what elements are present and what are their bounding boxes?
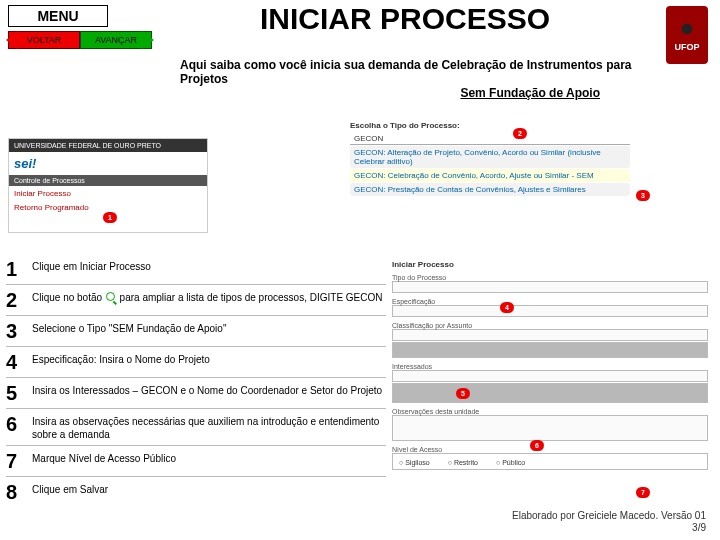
sei-header: UNIVERSIDADE FEDERAL DE OURO PRETO bbox=[9, 139, 207, 152]
step-8: 8Clique em Salvar bbox=[6, 476, 386, 507]
logo-text: UFOP bbox=[674, 42, 699, 52]
step-5: 5Insira os Interessados – GECON e o Nome… bbox=[6, 377, 386, 408]
footer-page: 3/9 bbox=[512, 522, 706, 534]
badge-3: 3 bbox=[636, 190, 650, 201]
fld-inter bbox=[392, 370, 708, 382]
sei-section: Controle de Processos bbox=[9, 175, 207, 186]
fld-espec bbox=[392, 305, 708, 317]
opt-restrito: ○ Restrito bbox=[448, 459, 478, 466]
badge-7: 7 bbox=[636, 487, 650, 498]
lbl-inter: Interessados bbox=[392, 363, 708, 370]
fld-tipo bbox=[392, 281, 708, 293]
step-2: 2Clique no botão para ampliar a lista de… bbox=[6, 284, 386, 315]
subtitle: Aqui saiba como você inicia sua demanda … bbox=[180, 58, 640, 100]
step-7: 7Marque Nível de Acesso Público bbox=[6, 445, 386, 476]
type-header: Escolha o Tipo do Processo: bbox=[350, 121, 630, 130]
fld-obs bbox=[392, 415, 708, 441]
type-row-3: GECON: Prestação de Contas de Convênios,… bbox=[350, 183, 630, 196]
footer: Elaborado por Greiciele Macedo. Versão 0… bbox=[512, 510, 706, 534]
page-title: INICIAR PROCESSO bbox=[260, 2, 550, 36]
lbl-obs: Observações desta unidade bbox=[392, 408, 708, 415]
step-1: 1Clique em Iniciar Processo bbox=[6, 254, 386, 284]
footer-author: Elaborado por Greiciele Macedo. Versão 0… bbox=[512, 510, 706, 522]
crest-icon bbox=[674, 18, 700, 40]
menu-button[interactable]: MENU bbox=[8, 5, 108, 27]
subtitle-emph: Sem Fundação de Apoio bbox=[460, 86, 600, 100]
sei-brand: sei! bbox=[9, 152, 207, 175]
forward-button[interactable]: AVANÇAR bbox=[80, 31, 152, 49]
fld-class-list bbox=[392, 342, 708, 358]
opt-publico: ○ Público bbox=[496, 459, 525, 466]
lbl-tipo: Tipo do Processo bbox=[392, 274, 708, 281]
lbl-nivel: Nível de Acesso bbox=[392, 446, 708, 453]
fld-class bbox=[392, 329, 708, 341]
step-4: 4Especificação: Insira o Nome do Projeto bbox=[6, 346, 386, 377]
badge-1: 1 bbox=[103, 212, 117, 223]
type-list-screenshot: Escolha o Tipo do Processo: GECON GECON:… bbox=[350, 118, 630, 238]
lbl-class: Classificação por Assunto bbox=[392, 322, 708, 329]
form-crumb: Iniciar Processo bbox=[392, 260, 708, 269]
type-filter: GECON bbox=[350, 133, 630, 145]
magnifier-icon bbox=[105, 292, 117, 304]
lbl-espec: Especificação bbox=[392, 298, 708, 305]
badge-4: 4 bbox=[500, 302, 514, 313]
subtitle-main: Aqui saiba como você inicia sua demanda … bbox=[180, 58, 631, 86]
type-row-2: GECON: Celebração de Convênio, Acordo, A… bbox=[350, 169, 630, 182]
opt-sigiloso: ○ Sigiloso bbox=[399, 459, 430, 466]
badge-2: 2 bbox=[513, 128, 527, 139]
step-3: 3Selecione o Tipo "SEM Fundação de Apoio… bbox=[6, 315, 386, 346]
type-row-1: GECON: Alteração de Projeto, Convênio, A… bbox=[350, 146, 630, 168]
badge-6: 6 bbox=[530, 440, 544, 451]
back-button[interactable]: VOLTAR bbox=[8, 31, 80, 49]
form-screenshot: Iniciar Processo Tipo do Processo Especi… bbox=[392, 260, 708, 515]
ufop-logo: UFOP bbox=[666, 6, 708, 64]
sei-link-iniciar: Iniciar Processo bbox=[9, 186, 207, 201]
steps-list: 1Clique em Iniciar Processo 2Clique no b… bbox=[6, 254, 386, 507]
step-6: 6Insira as observações necessárias que a… bbox=[6, 408, 386, 445]
badge-5: 5 bbox=[456, 388, 470, 399]
fld-inter-list bbox=[392, 383, 708, 403]
